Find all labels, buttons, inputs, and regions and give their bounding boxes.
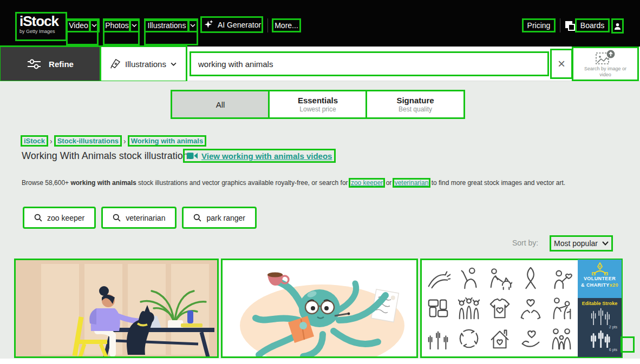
person-petting-dog-icon (487, 266, 512, 290)
description-conjunction: or (384, 179, 393, 187)
nav-video[interactable]: Video (67, 19, 90, 31)
banner-line1: VOLUNTEER (584, 275, 616, 282)
search-icon (34, 214, 42, 222)
chip-zoo-keeper[interactable]: zoo keeper (24, 208, 95, 228)
category-chevron-down-icon (171, 62, 177, 66)
tab-all[interactable]: All (172, 91, 269, 118)
banner-bottom: Editable Stroke 2 pts 6 pts (578, 298, 622, 357)
nav-illustrations[interactable]: Illustrations (145, 19, 188, 31)
description-middle: stock illustrations and vector graphics … (136, 179, 350, 187)
istock-search-results-page: iStock by Getty Images Video Photos Illu… (0, 0, 640, 364)
breadcrumb-working-with-animals[interactable]: Working with animals (129, 136, 205, 145)
line-icon-grid (421, 260, 578, 357)
result-thumbnail-icon-set[interactable]: VOLUNTEER & CHARITYx20 Editable Stroke 2… (421, 260, 622, 357)
account-button[interactable] (612, 19, 623, 32)
search-by-image-label: Search by image or video (582, 66, 629, 78)
image-upload-icon (595, 50, 616, 65)
tab-signature-label: Signature (396, 96, 434, 105)
search-icon (193, 214, 201, 222)
top-navigation-bar: iStock by Getty Images Video Photos Illu… (0, 0, 640, 47)
search-category-dropdown[interactable]: Illustrations (101, 47, 186, 81)
nav-boards[interactable]: Boards (576, 19, 609, 31)
hands-holding-heart-icon (518, 296, 543, 321)
logo-title: iStock (19, 14, 63, 28)
sort-by-label: Sort by: (512, 239, 538, 247)
istock-logo[interactable]: iStock by Getty Images (16, 13, 66, 40)
teamwork-hands-icon (426, 296, 450, 321)
raised-hands-icon (426, 326, 450, 351)
chip-veterinarian[interactable]: veterinarian (102, 208, 175, 228)
view-videos-label: View working with animals videos (201, 151, 332, 161)
person-with-heart-icon (549, 266, 574, 290)
result-thumbnail-woman-with-dog[interactable] (15, 260, 218, 357)
tab-signature-subtitle: Best quality (399, 105, 432, 114)
result-thumbnail-octopus[interactable] (222, 260, 417, 357)
chip-park-ranger[interactable]: park ranger (183, 208, 256, 228)
refine-button[interactable]: Refine (0, 47, 101, 81)
boards-icon (565, 21, 575, 31)
veterinarian-link[interactable]: veterinarian (394, 179, 430, 187)
editable-stroke-label: Editable Stroke (582, 300, 618, 307)
nav-divider-2 (560, 18, 560, 32)
description-suffix: to find more great stock images and vect… (429, 179, 565, 187)
result-description: Browse 58,600+ working with animals stoc… (22, 179, 628, 187)
illustrations-chevron-down-icon[interactable] (188, 19, 197, 31)
banner-line2: & CHARITYx20 (581, 282, 618, 288)
sort-chevron-down-icon (602, 241, 609, 246)
chip-label: park ranger (206, 214, 245, 222)
logo-subtitle: by Getty Images (19, 29, 63, 34)
description-bold-term: working with animals (70, 179, 136, 187)
tab-all-label: All (216, 100, 225, 109)
family-icon (549, 326, 574, 351)
icon-pack-banner: VOLUNTEER & CHARITYx20 Editable Stroke 2… (578, 260, 622, 357)
search-input[interactable] (191, 52, 548, 75)
banner-top: VOLUNTEER & CHARITYx20 (578, 260, 622, 298)
description-prefix: Browse 58,600+ (22, 179, 70, 187)
clear-search-button[interactable]: × (551, 50, 572, 78)
user-avatar-icon (613, 22, 622, 30)
filter-sliders-icon (27, 58, 41, 70)
awareness-ribbon-icon (518, 266, 543, 290)
sort-dropdown[interactable]: Most popular (551, 236, 612, 250)
search-category-label: Illustrations (125, 59, 166, 69)
nav-pricing[interactable]: Pricing (523, 19, 554, 31)
breadcrumb: iStock › Stock-illustrations › Working w… (22, 136, 205, 145)
tab-essentials-label: Essentials (298, 96, 338, 105)
tab-essentials[interactable]: Essentials Lowest price (269, 91, 367, 118)
heart-in-hand-icon (518, 326, 543, 351)
hands-sample-6pt (588, 329, 612, 348)
photos-chevron-down-icon[interactable] (130, 19, 139, 31)
search-icon (113, 214, 121, 222)
tab-signature[interactable]: Signature Best quality (367, 91, 464, 118)
breadcrumb-separator-2: › (121, 137, 129, 145)
breadcrumb-stock-illustrations[interactable]: Stock-illustrations (55, 136, 121, 145)
sort-value: Most popular (554, 239, 598, 248)
stroke-weight-label-1: 2 pts (609, 325, 617, 329)
stroke-weight-label-2: 6 pts (609, 348, 617, 352)
ai-generator-label: AI Generator (218, 21, 261, 29)
zoo-keeper-link[interactable]: zoo keeper (350, 179, 384, 187)
collection-tabs: All Essentials Lowest price Signature Be… (172, 91, 464, 118)
tab-essentials-subtitle: Lowest price (299, 105, 336, 114)
pen-tool-icon (592, 262, 608, 275)
helping-elderly-icon (549, 296, 574, 321)
helping-hand-icon (426, 266, 450, 290)
illustration-octopus-working (222, 260, 417, 357)
breadcrumb-istock[interactable]: iStock (22, 136, 47, 145)
sparkle-icon (204, 19, 214, 30)
chip-label: zoo keeper (47, 214, 84, 222)
close-icon: × (558, 56, 565, 71)
video-chevron-down-icon[interactable] (90, 19, 99, 31)
search-by-image-button[interactable]: Search by image or video (573, 48, 638, 80)
pen-nib-icon (110, 58, 121, 69)
cheering-group-icon (456, 296, 481, 321)
view-videos-link[interactable]: View working with animals videos (184, 150, 335, 162)
page-title: Working With Animals stock illustrations (22, 150, 193, 162)
banner-count-badge: x20 (610, 282, 618, 288)
hands-sample-2pt (588, 307, 612, 325)
raising-hand-person-icon (456, 266, 481, 290)
nav-photos[interactable]: Photos (104, 19, 130, 31)
nav-ai-generator[interactable]: AI Generator (201, 17, 262, 32)
hands-together-circle-icon (456, 326, 481, 351)
nav-more[interactable]: More... (273, 19, 300, 31)
